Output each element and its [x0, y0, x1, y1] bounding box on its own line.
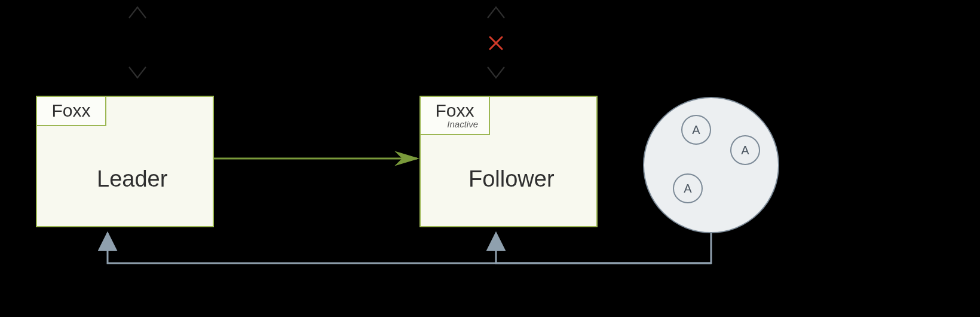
leader-foxx-badge: Foxx	[36, 96, 106, 126]
agency-node-b: A	[730, 135, 760, 165]
leader-foxx-label: Foxx	[48, 100, 94, 120]
follower-label: Follower	[468, 166, 555, 192]
follower-node: Foxx Inactive Follower	[419, 96, 598, 227]
agency-node-a: A	[681, 115, 711, 145]
diagram-canvas: Foxx Leader Foxx Inactive Follower A A A	[0, 0, 980, 317]
follower-foxx-badge: Foxx Inactive	[419, 96, 490, 135]
agency-node-a-label: A	[692, 123, 700, 137]
leader-label: Leader	[97, 166, 167, 192]
follower-client-link	[488, 7, 504, 78]
agency-cluster: A A A	[643, 97, 779, 233]
supervise-connector	[108, 233, 711, 263]
leader-client-link	[129, 7, 146, 78]
agency-node-b-label: A	[741, 144, 749, 157]
follower-foxx-status: Inactive	[431, 119, 478, 129]
agency-node-c-label: A	[684, 182, 691, 196]
blocked-icon	[490, 37, 502, 49]
agency-node-c: A	[673, 173, 703, 203]
follower-foxx-label: Foxx	[431, 100, 478, 120]
leader-node: Foxx Leader	[36, 96, 214, 227]
